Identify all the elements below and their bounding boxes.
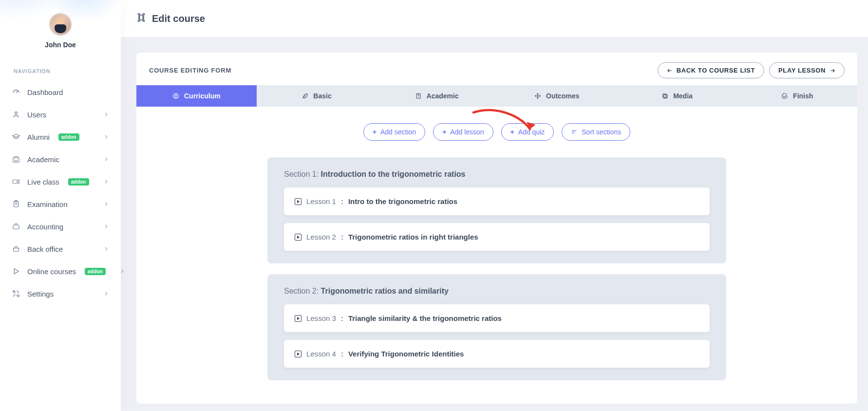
tab-label: Basic [313,92,331,100]
lesson-prefix: Lesson 1 [306,197,336,206]
sidebar-item-label: Back office [27,245,63,253]
add-lesson-label: Add lesson [450,128,484,136]
tab-basic[interactable]: Basic [257,85,377,107]
svg-rect-1 [13,158,19,162]
sidebar-item-back-office[interactable]: Back office [0,238,121,260]
section-title-text: Introduction to the trigonometric ratios [321,170,466,178]
svg-rect-2 [13,180,17,184]
video-lesson-icon [295,315,302,322]
lesson-prefix: Lesson 2 [306,233,336,241]
tab-finish[interactable]: Finish [737,85,857,107]
sidebar-item-label: Accounting [27,223,63,231]
course-card: COURSE EDITING FORM BACK TO COURSE LIST … [136,53,857,404]
sidebar-item-accounting[interactable]: Accounting [0,215,121,238]
gauge-icon [12,88,20,96]
briefcase-icon [12,222,20,231]
sidebar-item-label: Academic [27,155,59,164]
chevron-right-icon [103,200,109,208]
arrow-right-icon [830,68,835,74]
clipboard-icon [12,200,20,208]
arrow-left-icon [667,68,673,74]
add-section-button[interactable]: + Add section [363,123,425,141]
sidebar-item-label: Alumni [27,133,50,141]
addon-badge: addon [85,268,106,275]
svg-rect-7 [13,225,19,229]
basket-icon [12,244,20,253]
chevron-right-icon [103,111,109,119]
command-icon [136,13,146,24]
tab-label: Finish [793,92,813,100]
lesson-row[interactable]: Lesson 1 : Intro to the trigonometric ra… [284,187,710,215]
svg-point-12 [175,94,177,96]
tab-outcomes[interactable]: Outcomes [497,85,617,107]
sidebar-item-label: Live class [27,178,59,186]
sidebar-item-examination[interactable]: Examination [0,193,121,215]
sort-sections-label: Sort sections [582,128,621,136]
sidebar-item-label: Examination [27,200,68,208]
sort-icon [571,129,578,135]
chevron-right-icon [119,267,125,276]
add-quiz-label: Add quiz [518,128,545,136]
tab-curriculum[interactable]: Curriculum [136,85,257,107]
sidebar-item-online-courses[interactable]: Online courses addon [0,260,121,282]
sidebar-item-academic[interactable]: Academic [0,148,121,170]
play-button-label: PLAY LESSON [778,67,826,74]
tab-academic[interactable]: Academic [377,85,497,107]
svg-rect-20 [664,95,667,98]
section-block: Section 2: Trigonometric ratios and simi… [267,274,726,380]
card-head: COURSE EDITING FORM BACK TO COURSE LIST … [136,53,857,85]
svg-rect-19 [663,94,666,97]
section-title-text: Trigonometric ratios and similarity [321,287,449,295]
add-lesson-button[interactable]: + Add lesson [433,123,493,141]
tab-label: Curriculum [184,92,221,100]
move-icon [534,93,541,99]
nav-heading: NAVIGATION [0,53,121,81]
plus-icon: + [442,128,446,136]
sidebar: John Doe NAVIGATION Dashboard Users Alum [0,0,121,411]
sections-list: Section 1: Introduction to the trigonome… [267,157,726,380]
svg-point-0 [15,112,18,114]
section-block: Section 1: Introduction to the trigonome… [267,157,726,263]
lesson-row[interactable]: Lesson 3 : Triangle similarity & the tri… [284,304,710,332]
page-header: Edit course [121,0,868,37]
plus-icon: + [510,128,514,136]
sidebar-item-alumni[interactable]: Alumni addon [0,126,121,148]
addon-badge: addon [68,178,89,186]
chevron-right-icon [103,155,109,164]
lesson-title: Trigonometric ratios in right triangles [348,233,478,241]
section-prefix: Section 2 [284,287,317,295]
lesson-row[interactable]: Lesson 4 : Verifying Trigonometric Ident… [284,340,710,368]
play-lesson-button[interactable]: PLAY LESSON [769,62,845,78]
grad-cap-icon [12,132,20,141]
lesson-prefix: Lesson 4 [306,350,336,358]
chevron-right-icon [103,290,109,298]
user-icon [12,110,20,119]
sort-sections-button[interactable]: Sort sections [562,123,630,141]
tabs: Curriculum Basic Academic Outcomes Media… [136,85,857,107]
sidebar-item-users[interactable]: Users [0,103,121,126]
check-circle-icon [781,93,788,99]
tools-icon [12,289,20,298]
back-to-list-button[interactable]: BACK TO COURSE LIST [658,62,764,78]
nav-list: Dashboard Users Alumni addon [0,81,121,305]
chevron-right-icon [103,223,109,231]
book-icon [415,93,422,99]
profile-block: John Doe [0,0,121,53]
sidebar-item-live-class[interactable]: Live class addon [0,170,121,193]
feather-icon [302,93,308,99]
lesson-row[interactable]: Lesson 2 : Trigonometric ratios in right… [284,223,710,251]
svg-marker-8 [14,269,19,274]
video-lesson-icon [295,351,302,357]
sidebar-item-dashboard[interactable]: Dashboard [0,81,121,103]
main-content: Edit course COURSE EDITING FORM BACK TO … [121,0,868,411]
building-icon [12,155,20,164]
avatar[interactable] [50,14,71,35]
curriculum-body: + Add section + Add lesson + Add quiz So… [136,107,857,404]
add-quiz-button[interactable]: + Add quiz [501,123,554,141]
lesson-title: Verifying Trigonometric Identities [348,350,464,358]
back-button-label: BACK TO COURSE LIST [677,67,755,74]
tab-media[interactable]: Media [617,85,737,107]
section-title: Section 1: Introduction to the trigonome… [284,170,710,179]
layers-icon [661,93,668,99]
sidebar-item-settings[interactable]: Settings [0,282,121,305]
